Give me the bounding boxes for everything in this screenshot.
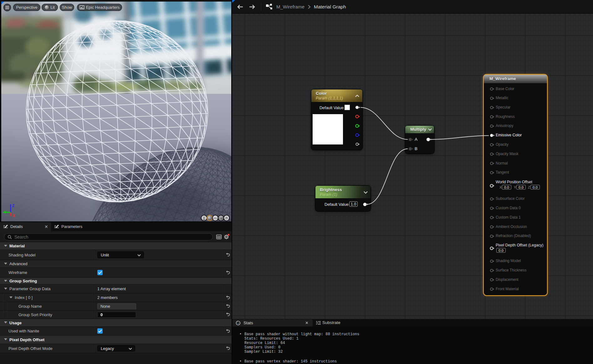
svg-text:Z: Z — [12, 204, 14, 208]
svg-text:X: X — [13, 214, 15, 218]
svg-text:i: i — [238, 322, 238, 325]
svg-text:Y: Y — [4, 210, 7, 215]
